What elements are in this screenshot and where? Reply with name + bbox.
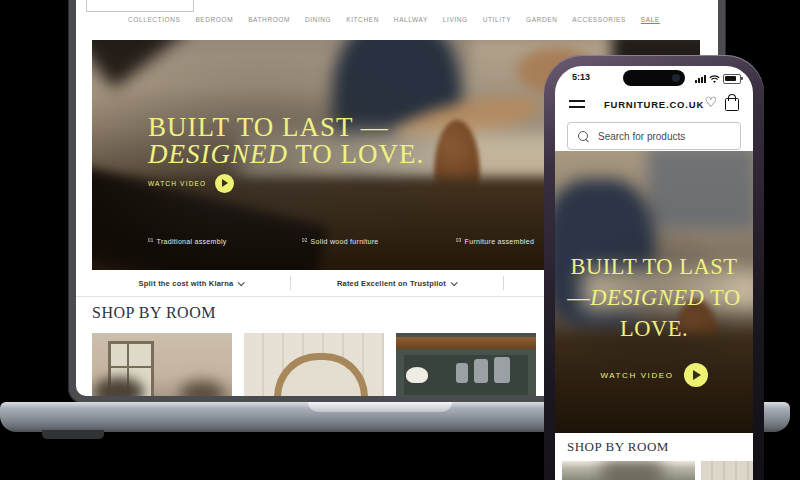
nav-item-accessories[interactable]: ACCESSORIES	[572, 16, 626, 23]
nav-item-kitchen[interactable]: KITCHEN	[346, 16, 379, 23]
hero-title-line2-rest: TO LOVE.	[288, 139, 424, 169]
nav-item-hallway[interactable]: HALLWAY	[394, 16, 428, 23]
nav-item-bathroom[interactable]: BATHROOM	[248, 16, 290, 23]
jug-art	[494, 357, 510, 383]
hero-feature-3: 03Furniture assembled	[456, 238, 534, 245]
nav-item-utility[interactable]: UTILITY	[483, 16, 511, 23]
trustpilot-dropdown[interactable]: Rated Excellent on Trustpilot	[290, 270, 503, 296]
phone-hero-banner: BUILT TO LAST —DESIGNED TO LOVE. WATCH V…	[555, 151, 753, 433]
play-icon[interactable]	[215, 174, 234, 193]
feature-number: 02	[302, 238, 308, 243]
phone-hero-title: BUILT TO LAST —DESIGNED TO LOVE.	[555, 251, 753, 344]
nav-item-collections[interactable]: COLLECTIONS	[128, 16, 180, 23]
hero-title-line1: BUILT TO LAST —	[148, 112, 389, 142]
feature-label: Furniture assembled	[465, 238, 535, 245]
teapot-art	[406, 367, 428, 383]
hero-title-dash: —	[567, 285, 590, 310]
hero-title-line3: LOVE.	[620, 316, 688, 341]
room-card-panelled[interactable]	[701, 461, 753, 480]
room-card-panelled[interactable]	[244, 333, 384, 396]
play-icon[interactable]	[684, 363, 708, 387]
nav-item-sale[interactable]: SALE	[641, 16, 660, 23]
room-card-kitchen[interactable]	[396, 333, 536, 396]
desktop-main-nav: COLLECTIONS BEDROOM BATHROOM DINING KITC…	[128, 12, 660, 26]
klarna-dropdown[interactable]: Split the cost with Klarna	[92, 270, 290, 296]
dresser-art	[396, 337, 536, 349]
status-icons	[695, 74, 741, 84]
phone-search-bar[interactable]	[567, 122, 741, 150]
laptop-foot	[42, 430, 104, 439]
chevron-down-icon	[451, 279, 458, 286]
nav-item-bedroom[interactable]: BEDROOM	[195, 16, 233, 23]
phone-screen: 5:13 FURNITURE.CO.UK ♡	[555, 66, 753, 480]
mirror-art	[274, 353, 368, 396]
phone-header: FURNITURE.CO.UK ♡	[555, 88, 753, 120]
desktop-search-field[interactable]	[86, 0, 194, 12]
info-bar-divider	[503, 276, 504, 290]
watch-video-button[interactable]: WATCH VIDEO	[148, 174, 234, 193]
feature-label: Solid wood furniture	[311, 238, 379, 245]
hero-feature-2: 02Solid wood furniture	[302, 238, 378, 245]
plant-art	[180, 381, 224, 396]
cart-bag-icon[interactable]	[725, 98, 739, 111]
feature-label: Traditional assembly	[157, 238, 227, 245]
room-card-bedroom[interactable]	[92, 333, 232, 396]
shop-by-room-heading: SHOP BY ROOM	[567, 439, 669, 455]
shop-by-room-heading: SHOP BY ROOM	[92, 304, 216, 322]
search-icon	[578, 131, 588, 141]
hero-title-line2-rest: TO	[704, 285, 740, 310]
room-art	[602, 461, 662, 480]
jug-art	[474, 359, 488, 383]
phone-shop-section: SHOP BY ROOM	[555, 433, 753, 480]
brand-logo: FURNITURE.CO.UK	[555, 99, 753, 110]
wifi-icon	[709, 75, 720, 84]
jug-art	[456, 363, 468, 383]
search-input[interactable]	[596, 130, 720, 143]
feature-number: 01	[148, 238, 154, 243]
dynamic-island	[623, 70, 685, 86]
camera-icon	[672, 74, 680, 82]
hero-title-line1: BUILT TO LAST	[571, 254, 738, 279]
watch-video-label: WATCH VIDEO	[600, 371, 673, 380]
trustpilot-label: Rated Excellent on Trustpilot	[337, 279, 446, 288]
nav-item-living[interactable]: LIVING	[443, 16, 468, 23]
watch-video-label: WATCH VIDEO	[148, 180, 206, 187]
desktop-hero-title: BUILT TO LAST — DESIGNED TO LOVE.	[148, 114, 424, 168]
room-card-interior[interactable]	[562, 461, 695, 480]
feature-number: 03	[456, 238, 462, 243]
battery-icon	[723, 74, 741, 84]
laptop-base-notch	[308, 402, 452, 412]
signal-icon	[695, 75, 706, 83]
watch-video-button[interactable]: WATCH VIDEO	[555, 363, 753, 387]
wishlist-heart-icon[interactable]: ♡	[704, 95, 717, 109]
chevron-down-icon	[238, 279, 245, 286]
nav-item-dining[interactable]: DINING	[305, 16, 331, 23]
klarna-label: Split the cost with Klarna	[139, 279, 234, 288]
phone-status-bar: 5:13	[555, 66, 753, 88]
hero-title-line2-italic: DESIGNED	[148, 139, 288, 169]
status-time: 5:13	[572, 72, 590, 82]
nav-item-garden[interactable]: GARDEN	[526, 16, 557, 23]
hero-feature-1: 01Traditional assembly	[148, 238, 227, 245]
hero-title-line2-italic: DESIGNED	[590, 285, 704, 310]
